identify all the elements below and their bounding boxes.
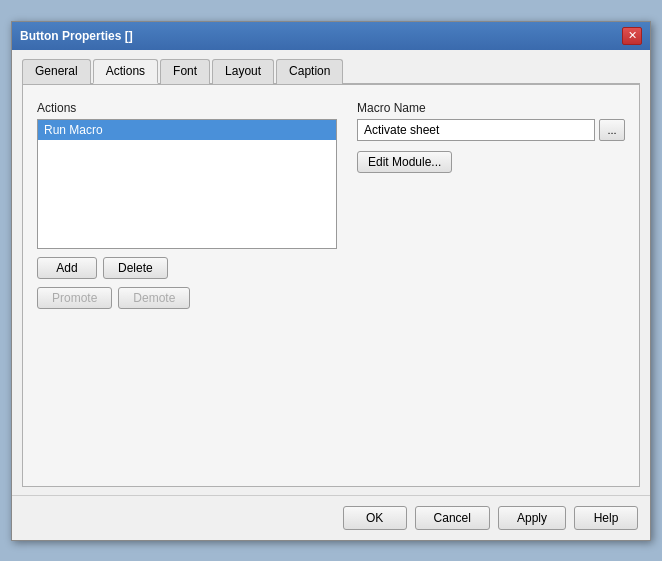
macro-name-row: ... [357, 119, 625, 141]
actions-layout: Actions Run Macro Add Delete Promote Dem… [37, 101, 625, 390]
dialog-window: Button Properties [] ✕ General Actions F… [11, 21, 651, 541]
actions-btn-row-1: Add Delete [37, 257, 337, 279]
help-button[interactable]: Help [574, 506, 638, 530]
promote-button[interactable]: Promote [37, 287, 112, 309]
tab-general[interactable]: General [22, 59, 91, 84]
tab-caption[interactable]: Caption [276, 59, 343, 84]
dialog-footer: OK Cancel Apply Help [12, 495, 650, 540]
title-bar: Button Properties [] ✕ [12, 22, 650, 50]
window-title: Button Properties [] [20, 29, 133, 43]
browse-button[interactable]: ... [599, 119, 625, 141]
actions-list[interactable]: Run Macro [37, 119, 337, 249]
actions-btn-row-2: Promote Demote [37, 287, 337, 309]
actions-left-panel: Actions Run Macro Add Delete Promote Dem… [37, 101, 337, 390]
edit-module-button[interactable]: Edit Module... [357, 151, 452, 173]
actions-label: Actions [37, 101, 337, 115]
tab-layout[interactable]: Layout [212, 59, 274, 84]
tab-actions[interactable]: Actions [93, 59, 158, 84]
macro-name-input[interactable] [357, 119, 595, 141]
tab-font[interactable]: Font [160, 59, 210, 84]
tab-bar: General Actions Font Layout Caption [22, 58, 640, 85]
dialog-body: General Actions Font Layout Caption Acti… [12, 50, 650, 495]
cancel-button[interactable]: Cancel [415, 506, 490, 530]
add-button[interactable]: Add [37, 257, 97, 279]
title-bar-controls: ✕ [622, 27, 642, 45]
list-item[interactable]: Run Macro [38, 120, 336, 140]
delete-button[interactable]: Delete [103, 257, 168, 279]
actions-right-panel: Macro Name ... Edit Module... [357, 101, 625, 390]
demote-button[interactable]: Demote [118, 287, 190, 309]
apply-button[interactable]: Apply [498, 506, 566, 530]
close-button[interactable]: ✕ [622, 27, 642, 45]
ok-button[interactable]: OK [343, 506, 407, 530]
macro-name-label: Macro Name [357, 101, 625, 115]
tab-content-actions: Actions Run Macro Add Delete Promote Dem… [22, 85, 640, 487]
